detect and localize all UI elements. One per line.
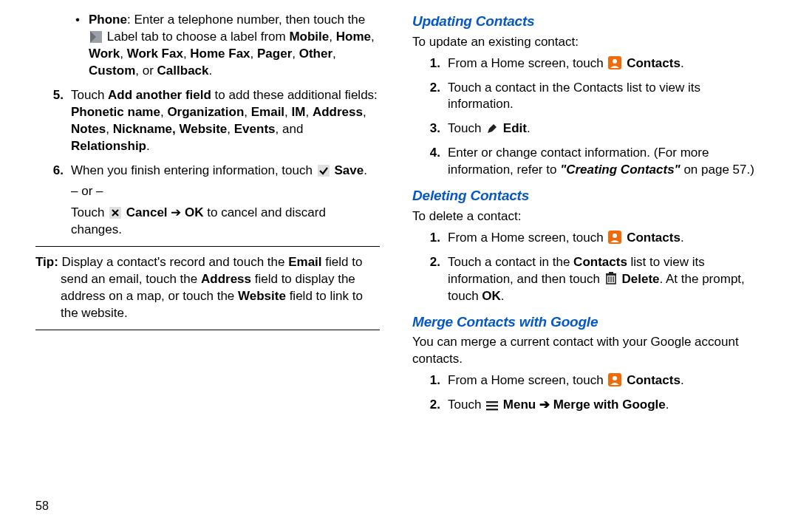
contacts-icon	[608, 373, 621, 386]
bullet-phone: • Phone: Enter a telephone number, then …	[35, 12, 380, 80]
contacts-icon	[608, 56, 621, 69]
opt: Home	[336, 30, 371, 44]
opt: Other	[299, 47, 332, 61]
menu-icon	[486, 400, 498, 411]
svg-rect-16	[609, 272, 613, 273]
phone-label: Phone	[89, 13, 127, 27]
trash-icon	[605, 272, 617, 285]
opt: Mobile	[289, 30, 329, 44]
label-tab-icon	[90, 31, 102, 43]
step-5: 5. Touch Add another field to add these …	[35, 87, 380, 155]
step-6: 6. When you finish entering information,…	[35, 163, 380, 239]
step-number: 5.	[35, 87, 71, 104]
step-u3: 3. Touch Edit.	[412, 120, 757, 137]
step-u2: 2. Touch a contact in the Contacts list …	[412, 80, 757, 114]
svg-point-18	[613, 376, 617, 381]
step-d1: 1. From a Home screen, touch Contacts.	[412, 230, 757, 247]
opt: Home Fax	[190, 47, 250, 61]
ok-label: OK	[185, 205, 204, 219]
step-u4: 4. Enter or change contact information. …	[412, 145, 757, 179]
page-number: 58	[35, 498, 49, 514]
text: Label	[107, 30, 138, 44]
step-u1: 1. From a Home screen, touch Contacts.	[412, 55, 757, 72]
svg-marker-8	[488, 124, 497, 133]
or-separator: – or –	[71, 183, 380, 200]
svg-rect-15	[606, 273, 616, 276]
step-body: Touch Add another field to add these add…	[71, 87, 380, 155]
text: : Enter a telephone number, then touch t…	[127, 13, 365, 27]
svg-rect-20	[486, 405, 498, 406]
heading-updating: Updating Contacts	[412, 12, 757, 31]
right-column: Updating Contacts To update an existing …	[412, 12, 763, 532]
opt: Work Fax	[127, 47, 183, 61]
text: tab to choose a label from	[141, 30, 289, 44]
pencil-icon	[486, 123, 498, 134]
step-body: When you finish entering information, to…	[71, 163, 380, 239]
tip-lead: Tip:	[35, 255, 58, 269]
cross-reference: "Creating Contacts"	[560, 163, 681, 177]
intro-text: To delete a contact:	[412, 208, 757, 225]
opt: Callback	[157, 64, 209, 78]
left-column: • Phone: Enter a telephone number, then …	[35, 12, 386, 532]
svg-rect-21	[486, 409, 498, 410]
cancel-label: Cancel	[126, 205, 168, 219]
step-m1: 1. From a Home screen, touch Contacts.	[412, 372, 757, 389]
opt: Pager	[257, 47, 292, 61]
svg-point-7	[613, 59, 617, 64]
manual-page: • Phone: Enter a telephone number, then …	[0, 0, 798, 532]
step-d2: 2. Touch a contact in the Contacts list …	[412, 254, 757, 305]
add-another-field: Add another field	[108, 88, 211, 102]
step-m2: 2. Touch Menu ➔ Merge with Google.	[412, 397, 757, 414]
x-icon	[109, 207, 121, 219]
opt: Work	[89, 47, 120, 61]
checkmark-icon	[318, 165, 330, 177]
tip-box: Tip: Display a contact's record and touc…	[35, 246, 380, 330]
bullet-body: Phone: Enter a telephone number, then to…	[89, 12, 380, 80]
heading-deleting: Deleting Contacts	[412, 186, 757, 205]
svg-rect-19	[486, 401, 498, 403]
contacts-icon	[608, 231, 621, 244]
intro-text: To update an existing contact:	[412, 34, 757, 51]
save-label: Save	[334, 163, 364, 177]
svg-point-10	[613, 233, 617, 238]
svg-rect-2	[318, 165, 330, 177]
step-number: 6.	[35, 163, 71, 180]
bullet-dot: •	[75, 12, 89, 29]
opt: Custom	[89, 64, 135, 78]
intro-text: You can merge a current contact with you…	[412, 334, 757, 368]
heading-merge: Merge Contacts with Google	[412, 313, 757, 332]
